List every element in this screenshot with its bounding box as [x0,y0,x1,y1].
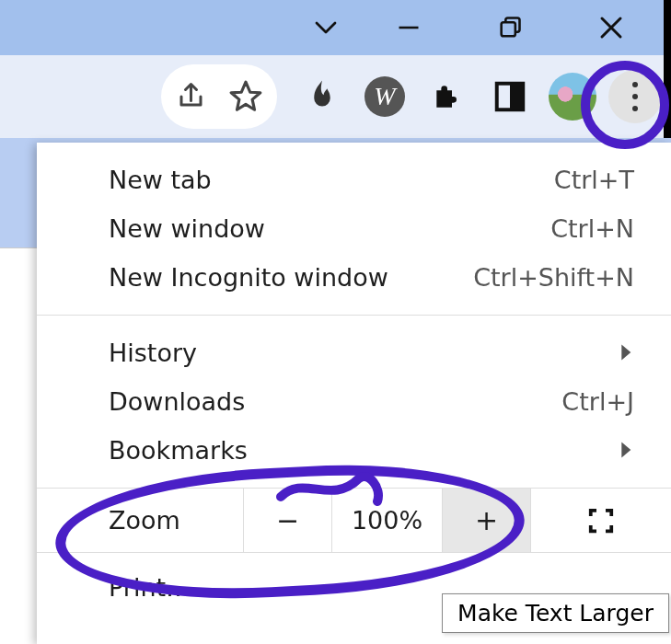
flame-icon [303,77,341,116]
chevron-down-icon [312,14,340,41]
menu-label: Bookmarks [109,436,248,465]
w-icon: W [364,76,405,117]
menu-item-history[interactable]: History [37,328,671,377]
menu-item-new-window[interactable]: New window Ctrl+N [37,204,671,253]
window-titlebar [0,0,671,55]
reader-mode-button[interactable] [483,70,537,123]
menu-item-bookmarks[interactable]: Bookmarks [37,426,671,475]
avatar-icon [549,73,596,121]
menu-label: Print… [109,573,191,602]
menu-label: History [109,339,197,367]
menu-shortcut: Ctrl+Shift+N [473,263,634,292]
submenu-arrow-icon [619,436,634,465]
main-menu-button[interactable] [608,70,662,123]
menu-item-new-tab[interactable]: New tab Ctrl+T [37,155,671,204]
omnibox-actions [161,64,277,129]
menu-item-new-incognito[interactable]: New Incognito window Ctrl+Shift+N [37,253,671,302]
zoom-in-tooltip: Make Text Larger [442,593,669,633]
svg-rect-3 [510,84,523,110]
bookmark-star-button[interactable] [227,70,264,123]
reader-icon [492,79,527,114]
star-icon [228,79,263,114]
kebab-dot [632,82,638,87]
menu-item-downloads[interactable]: Downloads Ctrl+J [37,377,671,426]
menu-shortcut: Ctrl+T [554,166,634,194]
tab-search-button[interactable] [294,0,358,55]
share-button[interactable] [174,70,211,123]
menu-label: New Incognito window [109,263,388,292]
close-icon [597,14,625,41]
menu-zoom-row: Zoom − 100% + [37,489,671,553]
minimize-icon [396,15,422,40]
extension-w-button[interactable]: W [358,70,411,123]
main-menu-popover: New tab Ctrl+T New window Ctrl+N New Inc… [37,143,671,644]
fullscreen-icon [587,507,615,535]
submenu-arrow-icon [619,339,634,367]
menu-section-nav: History Downloads Ctrl+J Bookmarks [37,316,671,489]
browser-toolbar: W [0,55,671,138]
menu-shortcut: Ctrl+N [550,214,634,243]
puzzle-icon [429,78,466,115]
zoom-in-button[interactable]: + [443,489,531,552]
close-button[interactable] [561,0,662,55]
extensions-button[interactable] [421,70,474,123]
extension-dragon-button[interactable] [295,70,349,123]
menu-label: New window [109,214,265,243]
restore-icon [497,15,523,40]
menu-section-windows: New tab Ctrl+T New window Ctrl+N New Inc… [37,143,671,316]
minimize-button[interactable] [358,0,459,55]
menu-label: New tab [109,166,212,194]
kebab-dot [632,106,638,111]
share-icon [176,80,209,113]
restore-button[interactable] [459,0,561,55]
zoom-label: Zoom [37,489,244,552]
zoom-out-button[interactable]: − [244,489,332,552]
zoom-level-value: 100% [332,489,443,552]
svg-rect-1 [502,22,515,36]
kebab-dot [632,94,638,99]
profile-avatar-button[interactable] [546,70,599,123]
menu-shortcut: Ctrl+J [561,387,634,416]
window-right-edge [664,0,671,138]
menu-label: Downloads [109,387,245,416]
fullscreen-button[interactable] [531,507,671,535]
